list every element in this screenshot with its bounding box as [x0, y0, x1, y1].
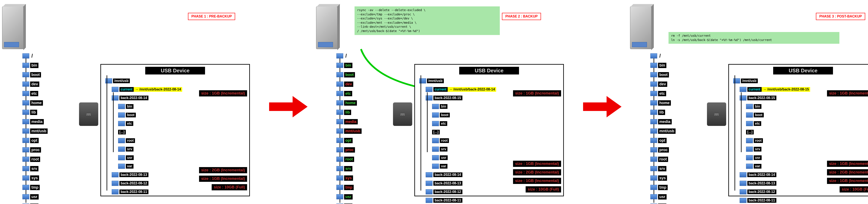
fs-root: / [30, 53, 34, 59]
dir-opt: opt [658, 138, 666, 143]
current-link: current [433, 87, 448, 92]
server-icon [316, 6, 342, 58]
folder-icon [650, 138, 657, 143]
back-dir: back-2022-08-14 [119, 96, 149, 100]
folder-icon [112, 87, 119, 92]
folder-icon [23, 72, 29, 77]
dir-proc: proc [658, 147, 669, 152]
folder-icon [23, 157, 29, 162]
folder-icon [23, 81, 29, 87]
folder-icon [650, 185, 657, 190]
usb-device-icon: ⎓ [707, 102, 726, 126]
usb-title: USB Device [145, 67, 205, 74]
size-label: size : 1GB (Incremental) [513, 161, 561, 167]
folder-icon [336, 166, 343, 171]
folder-icon [426, 95, 433, 101]
size-label: size : 1GB (Incremental) [513, 90, 561, 97]
folder-icon [650, 72, 657, 77]
usb-device-icon: ⎓ [393, 102, 412, 126]
child-dir: bin [754, 104, 762, 109]
folder-icon [112, 181, 119, 186]
folder-icon [746, 146, 753, 152]
usb-symbol-icon: ⎓ [86, 110, 91, 118]
folder-icon [650, 119, 657, 124]
child-dir: srv [126, 147, 133, 151]
dir-mnt-usb: mnt/usb [344, 129, 362, 134]
fs-tree: / bin boot dev etc home lib media mnt/us… [23, 51, 48, 204]
back-dir: back-2022-08-11 [433, 198, 462, 203]
folder-icon [419, 78, 426, 83]
folder-icon [118, 121, 125, 126]
back-dir: back-2022-08-11 [119, 190, 149, 194]
size-label: size : 1GB (Incremental) [199, 90, 247, 97]
folder-icon [112, 172, 119, 177]
folder-icon [733, 78, 740, 83]
folder-icon [23, 129, 29, 134]
folder-icon [23, 138, 29, 143]
folder-icon [746, 164, 753, 169]
child-dir: root [754, 138, 763, 143]
folder-icon [432, 164, 439, 169]
dir-root: root [344, 157, 354, 162]
child-dir: bin [440, 104, 447, 109]
link-command: rm -f /mnt/usb/current ln -s /mnt/usb/ba… [669, 32, 839, 44]
folder-icon [650, 157, 657, 162]
folder-icon [650, 63, 657, 68]
folder-icon [23, 119, 29, 124]
folder-icon [23, 147, 29, 152]
dir-usr: usr [344, 194, 352, 200]
folder-icon [336, 63, 343, 68]
folder-icon [336, 72, 343, 77]
dir-bin: bin [30, 63, 38, 68]
dir-proc: proc [30, 147, 41, 152]
child-dir: boot [126, 113, 136, 117]
dir-home: home [344, 100, 357, 106]
back-dir: back-2022-08-13 [433, 181, 462, 185]
folder-icon [650, 194, 657, 199]
fs-tree: / bin boot dev etc home lib media mnt/us… [650, 51, 676, 204]
dir-dev: dev [344, 81, 353, 87]
size-label: size : 10GB (Full) [840, 186, 868, 193]
folder-icon [740, 189, 746, 194]
current-target: → /mnt/usb/back-2022-08-14 [448, 87, 496, 92]
back-dir: back-2022-08-11 [747, 198, 776, 203]
phase-2-label: PHASE 2 : BACKUP [502, 13, 541, 20]
folder-icon [336, 110, 343, 115]
server-icon [630, 6, 656, 58]
dir-sys: sys [658, 175, 667, 181]
dir-home: home [30, 100, 43, 106]
dir-usr: usr [30, 194, 39, 200]
dir-dev: dev [30, 81, 39, 87]
child-dir: etc [440, 121, 447, 126]
folder-icon [336, 157, 343, 162]
folder-icon [426, 189, 433, 194]
fs-root: / [344, 53, 348, 59]
child-dir: usr [126, 155, 134, 160]
folder-icon [23, 175, 29, 180]
size-label: size : 1GB (Incremental) [513, 178, 561, 184]
usb-title: USB Device [773, 67, 833, 74]
phase-1-label: PHASE 1 : PRE-BACKUP [188, 13, 235, 20]
usb-tree: /mnt/usb current→ /mnt/usb/back-2022-08-… [419, 77, 561, 204]
folder-icon [23, 91, 29, 96]
folder-icon [426, 172, 433, 177]
child-dir: srv [754, 147, 762, 151]
dir-mnt-usb: mnt/usb [30, 129, 48, 134]
folder-icon [746, 121, 753, 126]
folder-icon [118, 138, 125, 143]
dir-etc: etc [30, 91, 38, 96]
size-label: size : 2GB (Incremental) [513, 169, 561, 175]
size-label: size : 2GB (Incremental) [827, 169, 868, 175]
folder-icon [23, 185, 29, 190]
folder-icon [650, 147, 657, 152]
folder-icon [432, 121, 439, 126]
usb-box: USB Device /mnt/usb current→ /mnt/usb/ba… [100, 64, 250, 196]
folder-icon [746, 155, 753, 160]
back-dir: back-2022-08-14 [747, 172, 776, 177]
back-dir: back-2022-08-12 [433, 190, 462, 194]
folder-icon [746, 104, 753, 109]
usb-root: /mnt/usb [113, 78, 130, 83]
child-dir: etc [754, 121, 761, 126]
folder-icon [746, 138, 753, 143]
size-label: size : 2GB (Incremental) [199, 167, 247, 173]
